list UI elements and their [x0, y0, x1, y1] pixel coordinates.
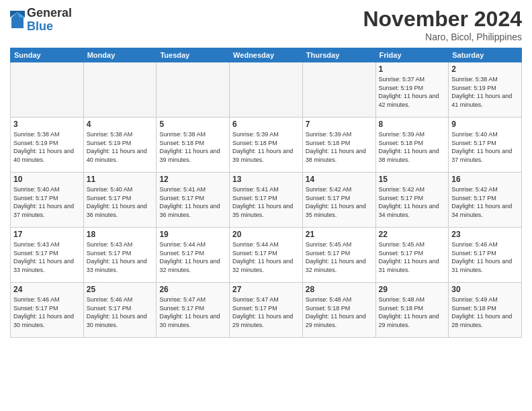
logo: General Blue: [10, 7, 72, 34]
table-row: 9Sunrise: 5:40 AM Sunset: 5:17 PM Daylig…: [449, 118, 522, 173]
table-row: 5Sunrise: 5:38 AM Sunset: 5:18 PM Daylig…: [157, 118, 230, 173]
table-row: 17Sunrise: 5:43 AM Sunset: 5:17 PM Dayli…: [11, 228, 84, 283]
table-row: 18Sunrise: 5:43 AM Sunset: 5:17 PM Dayli…: [83, 228, 157, 283]
table-row: 1Sunrise: 5:37 AM Sunset: 5:19 PM Daylig…: [375, 62, 449, 118]
calendar-table: Sunday Monday Tuesday Wednesday Thursday…: [10, 48, 522, 338]
table-row: 14Sunrise: 5:42 AM Sunset: 5:17 PM Dayli…: [302, 173, 375, 228]
day-number: 20: [232, 230, 300, 239]
day-info: Sunrise: 5:38 AM Sunset: 5:19 PM Dayligh…: [13, 130, 81, 164]
day-info: Sunrise: 5:40 AM Sunset: 5:17 PM Dayligh…: [87, 185, 154, 219]
main-container: General Blue November 2024 Naro, Bicol, …: [0, 0, 532, 343]
logo-icon: [10, 11, 25, 30]
day-number: 3: [13, 120, 81, 129]
day-number: 6: [232, 120, 300, 129]
table-row: 3Sunrise: 5:38 AM Sunset: 5:19 PM Daylig…: [11, 118, 84, 173]
col-tuesday: Tuesday: [157, 48, 230, 62]
table-row: 22Sunrise: 5:45 AM Sunset: 5:17 PM Dayli…: [375, 228, 449, 283]
table-row: 10Sunrise: 5:40 AM Sunset: 5:17 PM Dayli…: [11, 173, 84, 228]
table-row: 19Sunrise: 5:44 AM Sunset: 5:17 PM Dayli…: [157, 228, 230, 283]
title-block: November 2024 Naro, Bicol, Philippines: [363, 7, 522, 42]
col-wednesday: Wednesday: [230, 48, 303, 62]
table-row: 2Sunrise: 5:38 AM Sunset: 5:19 PM Daylig…: [449, 62, 522, 118]
day-info: Sunrise: 5:41 AM Sunset: 5:17 PM Dayligh…: [159, 185, 226, 219]
table-row: 28Sunrise: 5:48 AM Sunset: 5:18 PM Dayli…: [302, 283, 375, 338]
table-row: 7Sunrise: 5:39 AM Sunset: 5:18 PM Daylig…: [302, 118, 375, 173]
day-number: 23: [451, 230, 519, 239]
day-number: 2: [451, 64, 519, 74]
logo-blue-text: Blue: [27, 20, 72, 34]
table-row: [302, 62, 375, 118]
day-number: 10: [13, 175, 81, 184]
day-number: 18: [87, 230, 154, 239]
day-number: 7: [306, 120, 373, 129]
day-info: Sunrise: 5:39 AM Sunset: 5:18 PM Dayligh…: [306, 130, 373, 164]
day-number: 15: [379, 175, 446, 184]
day-number: 4: [87, 120, 154, 129]
table-row: 23Sunrise: 5:46 AM Sunset: 5:17 PM Dayli…: [449, 228, 522, 283]
day-info: Sunrise: 5:37 AM Sunset: 5:19 PM Dayligh…: [379, 75, 446, 109]
table-row: 27Sunrise: 5:47 AM Sunset: 5:17 PM Dayli…: [230, 283, 303, 338]
day-info: Sunrise: 5:49 AM Sunset: 5:18 PM Dayligh…: [451, 295, 519, 329]
table-row: 20Sunrise: 5:44 AM Sunset: 5:17 PM Dayli…: [230, 228, 303, 283]
day-number: 24: [13, 285, 81, 294]
day-number: 27: [232, 285, 300, 294]
table-row: 15Sunrise: 5:42 AM Sunset: 5:17 PM Dayli…: [375, 173, 449, 228]
table-row: 21Sunrise: 5:45 AM Sunset: 5:17 PM Dayli…: [302, 228, 375, 283]
day-number: 14: [306, 175, 373, 184]
day-number: 16: [451, 175, 519, 184]
day-number: 22: [379, 230, 446, 239]
table-row: 30Sunrise: 5:49 AM Sunset: 5:18 PM Dayli…: [449, 283, 522, 338]
table-row: 4Sunrise: 5:38 AM Sunset: 5:19 PM Daylig…: [83, 118, 157, 173]
day-info: Sunrise: 5:39 AM Sunset: 5:18 PM Dayligh…: [232, 130, 300, 164]
day-number: 26: [159, 285, 226, 294]
day-number: 28: [306, 285, 373, 294]
col-monday: Monday: [83, 48, 157, 62]
day-info: Sunrise: 5:45 AM Sunset: 5:17 PM Dayligh…: [306, 240, 373, 274]
table-row: [230, 62, 303, 118]
table-row: 16Sunrise: 5:42 AM Sunset: 5:17 PM Dayli…: [449, 173, 522, 228]
location: Naro, Bicol, Philippines: [363, 32, 522, 42]
table-row: 24Sunrise: 5:46 AM Sunset: 5:17 PM Dayli…: [11, 283, 84, 338]
day-info: Sunrise: 5:46 AM Sunset: 5:17 PM Dayligh…: [451, 240, 519, 274]
table-row: 8Sunrise: 5:39 AM Sunset: 5:18 PM Daylig…: [375, 118, 449, 173]
day-number: 5: [159, 120, 226, 129]
day-number: 21: [306, 230, 373, 239]
col-friday: Friday: [375, 48, 449, 62]
day-number: 25: [87, 285, 154, 294]
day-info: Sunrise: 5:42 AM Sunset: 5:17 PM Dayligh…: [306, 185, 373, 219]
calendar-row-1: 1Sunrise: 5:37 AM Sunset: 5:19 PM Daylig…: [11, 62, 522, 118]
day-number: 8: [379, 120, 446, 129]
day-info: Sunrise: 5:42 AM Sunset: 5:17 PM Dayligh…: [451, 185, 519, 219]
col-saturday: Saturday: [449, 48, 522, 62]
col-sunday: Sunday: [11, 48, 84, 62]
col-thursday: Thursday: [302, 48, 375, 62]
day-info: Sunrise: 5:38 AM Sunset: 5:18 PM Dayligh…: [159, 130, 226, 164]
day-number: 19: [159, 230, 226, 239]
calendar-row-5: 24Sunrise: 5:46 AM Sunset: 5:17 PM Dayli…: [11, 283, 522, 338]
day-info: Sunrise: 5:44 AM Sunset: 5:17 PM Dayligh…: [159, 240, 226, 274]
table-row: 11Sunrise: 5:40 AM Sunset: 5:17 PM Dayli…: [83, 173, 157, 228]
calendar-row-3: 10Sunrise: 5:40 AM Sunset: 5:17 PM Dayli…: [11, 173, 522, 228]
day-info: Sunrise: 5:46 AM Sunset: 5:17 PM Dayligh…: [13, 295, 81, 329]
day-info: Sunrise: 5:44 AM Sunset: 5:17 PM Dayligh…: [232, 240, 300, 274]
day-number: 17: [13, 230, 81, 239]
day-number: 11: [87, 175, 154, 184]
day-info: Sunrise: 5:45 AM Sunset: 5:17 PM Dayligh…: [379, 240, 446, 274]
day-number: 12: [159, 175, 226, 184]
day-info: Sunrise: 5:48 AM Sunset: 5:18 PM Dayligh…: [306, 295, 373, 329]
day-info: Sunrise: 5:43 AM Sunset: 5:17 PM Dayligh…: [13, 240, 81, 274]
day-info: Sunrise: 5:48 AM Sunset: 5:18 PM Dayligh…: [379, 295, 446, 329]
month-title: November 2024: [363, 7, 522, 32]
table-row: 25Sunrise: 5:46 AM Sunset: 5:17 PM Dayli…: [83, 283, 157, 338]
day-info: Sunrise: 5:40 AM Sunset: 5:17 PM Dayligh…: [13, 185, 81, 219]
logo-text: General Blue: [27, 7, 72, 34]
day-info: Sunrise: 5:39 AM Sunset: 5:18 PM Dayligh…: [379, 130, 446, 164]
day-info: Sunrise: 5:38 AM Sunset: 5:19 PM Dayligh…: [87, 130, 154, 164]
day-info: Sunrise: 5:47 AM Sunset: 5:17 PM Dayligh…: [232, 295, 300, 329]
table-row: [157, 62, 230, 118]
day-number: 29: [379, 285, 446, 294]
day-number: 9: [451, 120, 519, 129]
table-row: 12Sunrise: 5:41 AM Sunset: 5:17 PM Dayli…: [157, 173, 230, 228]
day-info: Sunrise: 5:46 AM Sunset: 5:17 PM Dayligh…: [87, 295, 154, 329]
day-info: Sunrise: 5:41 AM Sunset: 5:17 PM Dayligh…: [232, 185, 300, 219]
